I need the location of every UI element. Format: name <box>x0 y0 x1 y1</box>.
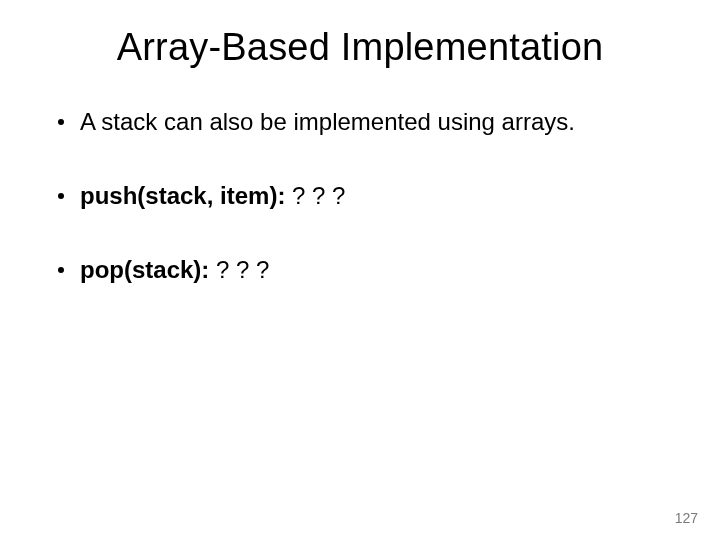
bullet-dot-icon <box>58 119 64 125</box>
slide-body: A stack can also be implemented using ar… <box>50 107 670 285</box>
bullet-bold: pop(stack): <box>80 256 216 283</box>
bullet-text: A stack can also be implemented using ar… <box>80 107 670 137</box>
bullet-plain: ? ? ? <box>216 256 269 283</box>
slide-title: Array-Based Implementation <box>50 26 670 69</box>
bullet-plain: A stack can also be implemented using ar… <box>80 108 575 135</box>
bullet-plain: ? ? ? <box>292 182 345 209</box>
bullet-text: push(stack, item): ? ? ? <box>80 181 670 211</box>
bullet-item: pop(stack): ? ? ? <box>58 255 670 285</box>
bullet-text: pop(stack): ? ? ? <box>80 255 670 285</box>
bullet-dot-icon <box>58 267 64 273</box>
slide: Array-Based Implementation A stack can a… <box>0 0 720 540</box>
bullet-bold: push(stack, item): <box>80 182 292 209</box>
bullet-item: A stack can also be implemented using ar… <box>58 107 670 137</box>
page-number: 127 <box>675 510 698 526</box>
bullet-dot-icon <box>58 193 64 199</box>
bullet-item: push(stack, item): ? ? ? <box>58 181 670 211</box>
